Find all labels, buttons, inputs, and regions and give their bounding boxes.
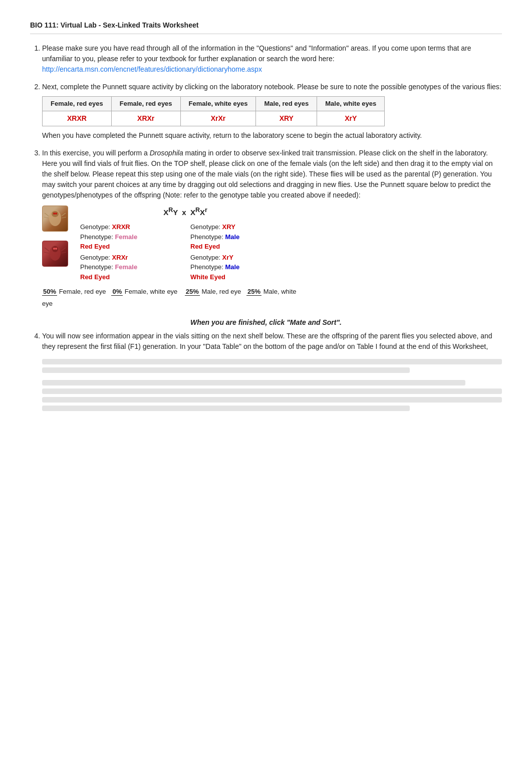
genotype-val-4: XRY [256,111,317,126]
right2-genotype-val: XrY [222,254,233,261]
sup-r1: r [205,207,207,214]
svg-line-5 [62,217,66,218]
cross-info-block: XRY x XRXr Genotype: XRXR Phenotype: Fem… [80,206,291,282]
right-bottom-cell: Genotype: XrY Phenotype: Male White Eyed [190,253,291,282]
left-genotype-val: XRXR [112,223,130,231]
sup-R1: R [168,207,173,214]
col-header-3: Female, white eyes [180,97,256,111]
right2-phenotype-line: Phenotype: Male [190,262,291,272]
left-phenotype-val: Female [115,233,137,241]
page-title: BIO 111: Virtual Lab - Sex-Linked Traits… [30,20,502,34]
cross-section: XRY x XRXr Genotype: XRXR Phenotype: Fem… [42,206,502,282]
right2-phenotype-label: Phenotype: [190,263,225,271]
blur-line-5 [42,397,502,403]
right-phenotype-val: Male [225,233,239,241]
left2-genotype-label: Genotype: [80,254,112,261]
item3-text1: In this exercise, you will perform a [42,149,150,157]
svg-line-2 [45,213,49,216]
pct-line-2: eye [42,299,502,309]
left-genotype-label: Genotype: [80,223,112,231]
genotype-val-5: XrY [317,111,385,126]
left-phenotype-line: Phenotype: Female [80,232,180,242]
col-header-4: Male, red eyes [256,97,317,111]
genotype-val-2: XRXr [111,111,180,126]
svg-point-9 [52,246,58,252]
left-bottom-cell: Genotype: XRXr Phenotype: Female Red Eye… [80,253,180,282]
right-eye-label: Red Eyed [190,242,291,252]
mate-instruction: When you are finished, click "Mate and S… [30,317,502,328]
genotype-table-values-row: XRXR XRXr XrXr XRY XrY [43,111,385,126]
right2-eye-label: White Eyed [190,272,291,282]
blur-line-2 [42,367,410,373]
svg-point-1 [52,211,59,217]
blur-line-3 [42,380,465,385]
item2-text: Next, complete the Punnett square activi… [42,83,501,91]
genotype-val-1: XRXR [43,111,112,126]
right-phenotype-label: Phenotype: [190,233,225,241]
percentage-line: 50% Female, red eye 0% Female, white eye… [42,287,502,297]
right2-phenotype-val: Male [225,263,239,271]
left-genotype-line: Genotype: XRXR [80,222,180,232]
left-phenotype-label: Phenotype: [80,233,115,241]
right-phenotype-line: Phenotype: Male [190,232,291,242]
svg-line-13 [61,252,66,253]
pct2-val: 0% [111,288,123,296]
list-item-1: Please make sure you have read through a… [42,43,502,75]
pct1-val: 50% [42,288,57,296]
right-genotype-line: Genotype: XRY [190,222,291,232]
left-top-cell: Genotype: XRXR Phenotype: Female Red Eye… [80,222,180,252]
sup-R2: R [195,207,200,214]
pct4-val: 25% [246,288,261,296]
item4-text: You will now see information appear in t… [42,332,492,350]
item2-after-text: When you have completed the Punnett squa… [42,131,422,139]
item1-text: Please make sure you have read through a… [42,44,471,63]
blurred-content [42,359,502,411]
right2-genotype-line: Genotype: XrY [190,253,291,263]
svg-point-14 [53,248,55,250]
left2-phenotype-val: Female [115,263,137,271]
encyclopedia-link[interactable]: http://encarta.msn.com/encnet/features/d… [42,65,262,73]
col-header-2: Female, red eyes [111,97,180,111]
left-eye-label: Red Eyed [80,242,180,252]
genotype-table-header-row: Female, red eyes Female, red eyes Female… [43,97,385,111]
svg-line-10 [45,248,49,251]
col-header-1: Female, red eyes [43,97,112,111]
col-header-5: Male, white eyes [317,97,385,111]
list-item-4: You will now see information appear in t… [42,331,502,411]
left2-phenotype-label: Phenotype: [80,263,115,271]
right2-genotype-label: Genotype: [190,254,222,261]
left2-genotype-val: XRXr [112,254,128,261]
fly-image-male [42,241,68,267]
pct3-val: 25% [185,288,200,296]
right-genotype-label: Genotype: [190,223,222,231]
left2-phenotype-line: Phenotype: Female [80,262,180,272]
genotype-info-grid: Genotype: XRXR Phenotype: Female Red Eye… [80,222,291,282]
svg-point-6 [53,213,55,215]
svg-point-15 [55,248,57,250]
left2-eye-label: Red Eyed [80,272,180,282]
fly-image-female [42,206,68,232]
svg-point-7 [55,213,57,215]
svg-line-11 [61,248,66,251]
cross-formula: XRY x XRXr [80,206,291,219]
genotype-table: Female, red eyes Female, red eyes Female… [42,96,385,126]
svg-line-3 [62,213,66,216]
svg-line-12 [44,252,49,253]
fly-images-column [42,206,68,267]
blur-line-6 [42,406,410,411]
right-genotype-val: XRY [222,223,235,231]
drosophila-label: Drosophila [150,149,183,157]
svg-line-4 [44,217,49,218]
blur-line-4 [42,388,502,394]
left2-genotype-line: Genotype: XRXr [80,253,180,263]
list-item-3: In this exercise, you will perform a Dro… [42,148,502,309]
genotype-val-3: XrXr [180,111,256,126]
list-item-2: Next, complete the Punnett square activi… [42,82,502,141]
right-top-cell: Genotype: XRY Phenotype: Male Red Eyed [190,222,291,252]
blur-line-1 [42,359,502,364]
